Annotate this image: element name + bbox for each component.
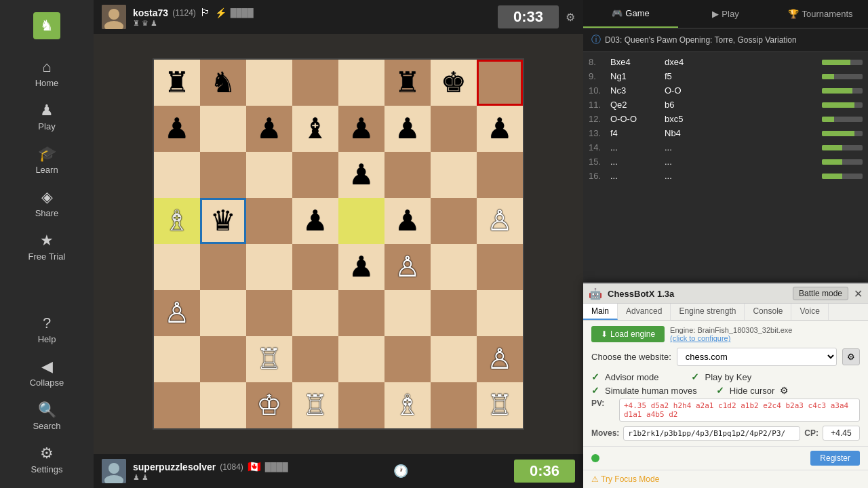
board-cell[interactable]: [200, 106, 246, 152]
move-white[interactable]: ...: [608, 142, 662, 153]
board-cell[interactable]: [200, 382, 246, 428]
board-cell[interactable]: [384, 336, 431, 382]
board-cell[interactable]: [154, 336, 200, 382]
bot-tab-main[interactable]: Main: [583, 304, 618, 320]
board-cell[interactable]: [154, 152, 200, 198]
move-white[interactable]: ...: [608, 156, 662, 167]
move-black[interactable]: b6: [662, 99, 716, 110]
board-cell[interactable]: ♜: [154, 60, 200, 106]
board-cell[interactable]: [246, 60, 292, 106]
board-cell[interactable]: ♟: [338, 244, 384, 290]
board-cell[interactable]: ♖: [246, 336, 292, 382]
sidebar-item-settings[interactable]: ⚙ Settings: [27, 438, 67, 481]
bot-tab-engine-strength[interactable]: Engine strength: [671, 304, 745, 320]
focus-mode-link[interactable]: ⚠ Try Focus Mode: [583, 470, 868, 488]
move-black[interactable]: O-O: [662, 85, 716, 96]
board-cell[interactable]: [477, 60, 523, 106]
board-cell[interactable]: [154, 382, 200, 428]
board-cell[interactable]: ♖: [477, 382, 523, 428]
board-cell[interactable]: ♝: [292, 106, 338, 152]
board-cell[interactable]: [477, 152, 523, 198]
board-cell[interactable]: [384, 152, 431, 198]
move-black[interactable]: dxe4: [662, 56, 716, 68]
board-cell[interactable]: [246, 244, 292, 290]
move-white[interactable]: f4: [608, 127, 662, 139]
move-black[interactable]: ...: [662, 142, 716, 153]
sidebar-item-home[interactable]: ⌂ Home: [0, 52, 94, 95]
board-cell[interactable]: ♛: [200, 198, 246, 244]
board-cell[interactable]: ♗: [384, 382, 431, 428]
board-cell[interactable]: ♟: [338, 152, 384, 198]
board-cell[interactable]: [246, 198, 292, 244]
board-cell[interactable]: ♙: [154, 290, 200, 336]
bot-tab-console[interactable]: Console: [745, 304, 791, 320]
board-cell[interactable]: [431, 198, 477, 244]
move-black[interactable]: f5: [662, 70, 716, 82]
board-cell[interactable]: ♟: [384, 198, 431, 244]
website-select[interactable]: chess.com: [677, 348, 837, 366]
tab-game[interactable]: 🎮 Game: [583, 0, 678, 28]
board-cell[interactable]: ♙: [384, 244, 431, 290]
sidebar-item-collapse[interactable]: ◀ Collapse: [27, 351, 67, 394]
board-cell[interactable]: ♔: [246, 382, 292, 428]
board-cell[interactable]: ♗: [154, 198, 200, 244]
move-black[interactable]: ...: [662, 156, 716, 167]
board-cell[interactable]: [154, 244, 200, 290]
board-cell[interactable]: [200, 290, 246, 336]
chessbotx-close-button[interactable]: ✕: [854, 287, 863, 300]
board-cell[interactable]: [246, 290, 292, 336]
board-cell[interactable]: [338, 382, 384, 428]
board-cell[interactable]: [292, 244, 338, 290]
board-cell[interactable]: ♟: [246, 106, 292, 152]
move-white[interactable]: Bxe4: [608, 56, 662, 68]
board-cell[interactable]: ♚: [431, 60, 477, 106]
move-white[interactable]: Qe2: [608, 99, 662, 110]
move-white[interactable]: Ng1: [608, 70, 662, 82]
chess-board[interactable]: ♜♞♜♚♟♟♝♟♟♟♟♗♛♟♟♙♟♙♙♖♙♔♖♗♖: [153, 58, 524, 430]
board-cell[interactable]: [200, 244, 246, 290]
board-cell[interactable]: [431, 290, 477, 336]
board-cell[interactable]: [292, 152, 338, 198]
move-white[interactable]: O-O-O: [608, 113, 662, 125]
website-gear-button[interactable]: ⚙: [842, 348, 860, 365]
board-cell[interactable]: ♖: [292, 382, 338, 428]
board-cell[interactable]: [292, 336, 338, 382]
board-cell[interactable]: [246, 152, 292, 198]
board-cell[interactable]: ♞: [200, 60, 246, 106]
load-engine-button[interactable]: ⬇ Load engine: [591, 326, 665, 342]
board-cell[interactable]: [338, 198, 384, 244]
move-black[interactable]: bxc5: [662, 113, 716, 125]
register-button[interactable]: Register: [810, 451, 860, 466]
tab-tournaments[interactable]: 🏆 Tournaments: [773, 0, 868, 28]
sidebar-item-play[interactable]: ♟ Play: [0, 95, 94, 138]
sidebar-item-search[interactable]: 🔍 Search: [27, 394, 67, 438]
board-cell[interactable]: ♟: [154, 106, 200, 152]
board-cell[interactable]: [431, 106, 477, 152]
board-cell[interactable]: ♟: [384, 106, 431, 152]
board-cell[interactable]: ♙: [477, 336, 523, 382]
board-cell[interactable]: ♙: [477, 198, 523, 244]
engine-config-link[interactable]: (click to configure): [670, 334, 792, 342]
board-cell[interactable]: ♟: [477, 106, 523, 152]
logo-area[interactable]: ♞: [33, 7, 60, 45]
simulate-settings-icon[interactable]: ⚙: [780, 385, 789, 396]
board-cell[interactable]: ♟: [292, 198, 338, 244]
board-cell[interactable]: ♜: [384, 60, 431, 106]
sidebar-item-help[interactable]: ? Help: [27, 308, 67, 351]
tab-play[interactable]: ▶ Play: [678, 0, 773, 28]
board-cell[interactable]: [200, 336, 246, 382]
board-cell[interactable]: [338, 336, 384, 382]
move-black[interactable]: Nb4: [662, 127, 716, 139]
board-cell[interactable]: ♟: [338, 106, 384, 152]
bot-tab-voice[interactable]: Voice: [791, 304, 828, 320]
sidebar-item-share[interactable]: ◈ Share: [0, 182, 94, 225]
sidebar-item-learn[interactable]: 🎓 Learn: [0, 138, 94, 182]
sidebar-item-free-trial[interactable]: ★ Free Trial: [0, 225, 94, 268]
board-cell[interactable]: [431, 382, 477, 428]
move-white[interactable]: Nc3: [608, 85, 662, 96]
bot-tab-advanced[interactable]: Advanced: [618, 304, 671, 320]
board-cell[interactable]: [338, 290, 384, 336]
board-cell[interactable]: [292, 60, 338, 106]
move-white[interactable]: ...: [608, 170, 662, 182]
board-cell[interactable]: [338, 60, 384, 106]
